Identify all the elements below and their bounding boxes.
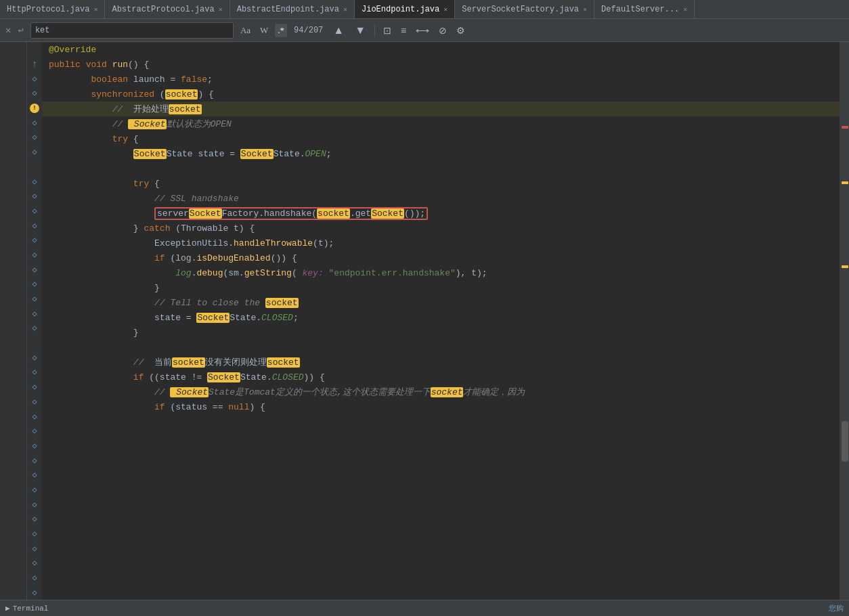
tab-abstractendpoint[interactable]: AbstractEndpoint.java ✕ — [230, 0, 355, 19]
gutter-line[interactable] — [0, 160, 22, 175]
gutter-line[interactable] — [0, 409, 22, 424]
bookmark-icon: ◇ — [32, 412, 37, 422]
bookmark-icon: ◇ — [32, 206, 37, 216]
gutter-line[interactable] — [0, 57, 22, 72]
word-wrap-button[interactable]: ⊡ — [380, 24, 394, 37]
gutter-line[interactable] — [0, 248, 22, 263]
bookmark-icon: ◇ — [32, 74, 37, 84]
search-input[interactable] — [35, 26, 229, 35]
preserve-case-button[interactable]: ⟷ — [413, 24, 432, 37]
gutter-line[interactable] — [0, 145, 22, 160]
ann-line-26: ◇ — [27, 409, 42, 424]
search-count: 94/207 — [294, 26, 323, 35]
gutter-line[interactable] — [0, 336, 22, 351]
highlight-socket-5: Socket — [240, 149, 274, 159]
regex-button[interactable]: .* — [275, 24, 287, 37]
search-input-wrapper — [30, 22, 234, 39]
terminal-button[interactable]: ▶ Terminal — [5, 604, 48, 613]
gutter-line[interactable] — [0, 497, 22, 512]
code-line-synchronized: synchronized (socket) { — [42, 87, 840, 102]
annotations-column: ↑ ◇ ◇ ! ◇ ◇ ◇ ◇ ◇ ◇ ◇ ◇ ◇ ◇ ◇ ◇ ◇ ◇ ◇ ◇ … — [27, 42, 42, 600]
whole-word-button[interactable]: W — [257, 24, 271, 37]
code-line-socketstate: SocketState state = SocketState.OPEN; — [42, 146, 840, 161]
highlight-socket-9: socket — [265, 298, 299, 308]
gutter-line[interactable] — [0, 483, 22, 498]
gutter-line[interactable] — [0, 350, 22, 365]
gutter-line[interactable] — [0, 439, 22, 454]
gutter-line[interactable] — [0, 42, 22, 57]
tab-abstractprotocol[interactable]: AbstractProtocol.java ✕ — [105, 0, 230, 19]
bookmark-icon: ◇ — [32, 294, 37, 304]
editor-container: ↑ ◇ ◇ ! ◇ ◇ ◇ ◇ ◇ ◇ ◇ ◇ ◇ ◇ ◇ ◇ ◇ ◇ ◇ ◇ … — [0, 42, 849, 600]
tab-close-abstractendpoint[interactable]: ✕ — [343, 5, 347, 14]
scroll-thumb[interactable] — [842, 421, 848, 462]
code-editor[interactable]: @Override public void run() { boolean la… — [42, 42, 840, 600]
code-line-handshake: serverSocketFactory.handshake(socket.get… — [42, 206, 840, 221]
gutter-line[interactable] — [0, 541, 22, 556]
gutter-line[interactable] — [0, 233, 22, 248]
next-match-button[interactable]: ▼ — [351, 23, 369, 38]
code-line-comment-start: // 开始处理socket — [42, 102, 840, 116]
tab-serversocketfactory[interactable]: ServerSocketFactory.java ✕ — [455, 0, 594, 19]
tab-jioendpoint[interactable]: JioEndpoint.java ✕ — [355, 0, 455, 19]
terminal-icon: ▶ — [5, 604, 10, 613]
code-line-override: @Override — [42, 42, 840, 57]
highlight-socket-10: Socket — [196, 313, 230, 323]
search-back-button[interactable]: ↩ — [18, 24, 23, 36]
gutter-line[interactable] — [0, 71, 22, 86]
gutter-line[interactable] — [0, 204, 22, 219]
arrow-up-icon: ↑ — [32, 59, 37, 70]
ann-line-18: ◇ — [27, 292, 42, 307]
bookmark-icon: ◇ — [32, 382, 37, 392]
prev-match-button[interactable]: ▲ — [330, 23, 347, 38]
tab-bar: HttpProtocol.java ✕ AbstractProtocol.jav… — [0, 0, 849, 19]
tab-defaultserver[interactable]: DefaultServer... ✕ — [594, 0, 695, 19]
gutter-line[interactable] — [0, 115, 22, 130]
match-case-button[interactable]: Aa — [238, 24, 253, 37]
status-link[interactable]: 您购 — [829, 603, 844, 613]
settings-button[interactable]: ⚙ — [454, 24, 468, 37]
gutter-line[interactable] — [0, 453, 22, 468]
code-line-exceptionutils: ExceptionUtils.handleThrowable(t); — [42, 236, 840, 250]
bookmark-icon: ◇ — [32, 250, 37, 260]
gutter-line[interactable] — [0, 424, 22, 439]
search-close-button[interactable]: ✕ — [5, 24, 11, 36]
ann-line-28: ◇ — [27, 439, 42, 454]
ann-line-38: ◇ — [27, 585, 42, 600]
gutter-line[interactable] — [0, 101, 22, 116]
filter-button[interactable]: ⊘ — [436, 24, 450, 37]
gutter-line[interactable] — [0, 365, 22, 380]
gutter-line[interactable] — [0, 571, 22, 586]
gutter-line[interactable] — [0, 130, 22, 145]
gutter-line[interactable] — [0, 468, 22, 483]
tab-close-httprotocol[interactable]: ✕ — [93, 5, 97, 14]
gutter-line[interactable] — [0, 218, 22, 233]
bookmark-icon: ◇ — [32, 367, 37, 377]
gutter-line[interactable] — [0, 556, 22, 571]
gutter-line[interactable] — [0, 277, 22, 292]
tab-close-jioendpoint[interactable]: ✕ — [443, 5, 448, 14]
gutter-line[interactable] — [0, 585, 22, 600]
gutter-line[interactable] — [0, 262, 22, 277]
multiline-button[interactable]: ≡ — [398, 24, 409, 37]
tab-httprotocol[interactable]: HttpProtocol.java ✕ — [0, 0, 105, 19]
ann-line-1 — [27, 42, 42, 57]
search-bar: ✕ ↩ Aa W .* 94/207 ▲ ▼ ⊡ ≡ ⟷ ⊘ ⚙ — [0, 19, 849, 42]
gutter-line[interactable] — [0, 321, 22, 336]
gutter-line[interactable] — [0, 306, 22, 321]
tab-close-abstractprotocol[interactable]: ✕ — [219, 5, 223, 14]
terminal-label[interactable]: Terminal — [13, 604, 49, 613]
gutter-line[interactable] — [0, 380, 22, 395]
gutter-line[interactable] — [0, 527, 22, 542]
right-scrollbar[interactable] — [840, 42, 849, 600]
gutter-line[interactable] — [0, 189, 22, 204]
tab-close-defaultserver[interactable]: ✕ — [683, 5, 687, 14]
gutter-line[interactable] — [0, 174, 22, 189]
gutter-line[interactable] — [0, 86, 22, 101]
ann-line-37: ◇ — [27, 571, 42, 586]
gutter-line[interactable] — [0, 395, 22, 410]
gutter-line[interactable] — [0, 512, 22, 527]
gutter-line[interactable] — [0, 292, 22, 307]
ann-line-4: ◇ — [27, 86, 42, 101]
tab-close-serversocketfactory[interactable]: ✕ — [583, 5, 587, 14]
